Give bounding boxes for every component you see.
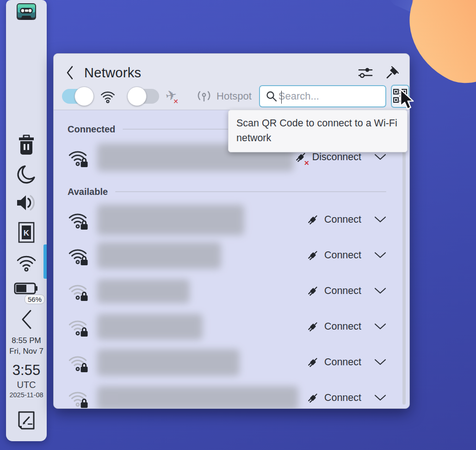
network-name-redacted bbox=[97, 386, 298, 409]
network-action-label: Connect bbox=[324, 285, 361, 297]
expand-network-details-button[interactable] bbox=[374, 216, 386, 223]
wifi-signal-icon bbox=[68, 316, 92, 338]
wifi-signal-icon bbox=[68, 147, 92, 168]
network-list: Connected bbox=[54, 111, 409, 408]
network-action-label: Connect bbox=[324, 321, 361, 332]
network-action-button[interactable]: ✕ Connect bbox=[307, 250, 361, 262]
network-row: ✕ Connect bbox=[68, 309, 386, 344]
panel-expand-chevron-icon[interactable] bbox=[20, 309, 32, 330]
search-icon bbox=[266, 90, 278, 102]
text-caret bbox=[281, 91, 282, 104]
network-action-label: Connect bbox=[324, 250, 361, 261]
wifi-signal-icon bbox=[68, 281, 92, 302]
network-action-button[interactable]: ✕ Connect bbox=[307, 392, 361, 404]
network-action-label: Connect bbox=[324, 214, 361, 225]
network-name-redacted bbox=[97, 349, 240, 376]
network-row: ✕ Connect bbox=[68, 238, 386, 273]
network-action-button[interactable]: ✕ Connect bbox=[307, 285, 361, 297]
trash-icon[interactable] bbox=[17, 135, 36, 156]
plug-icon: ✕ bbox=[307, 285, 319, 297]
network-action-button[interactable]: ✕ Disconnect bbox=[295, 151, 361, 163]
utc-zone-label: UTC bbox=[6, 380, 47, 390]
network-action-label: Connect bbox=[324, 392, 361, 404]
network-row: ✕ Connect bbox=[68, 344, 386, 380]
popup-title: Networks bbox=[84, 65, 141, 81]
local-clock[interactable]: 8:55 PM Fri, Nov 7 bbox=[6, 336, 47, 357]
expand-network-details-button[interactable] bbox=[374, 252, 386, 259]
night-light-icon[interactable] bbox=[16, 164, 37, 186]
wifi-tray-icon[interactable] bbox=[14, 250, 38, 272]
section-available: Available bbox=[68, 184, 386, 199]
wifi-signal-icon bbox=[68, 209, 92, 231]
taskbar-panel: K 56% 8:55 PM Fri, Nov 7 3:55 UTC 2025-1… bbox=[6, 0, 47, 441]
popup-toolbar: ✈ ✕ Hotspot bbox=[54, 84, 409, 108]
network-action-button[interactable]: ✕ Connect bbox=[307, 321, 361, 333]
expand-network-details-button[interactable] bbox=[374, 323, 386, 330]
network-name-redacted bbox=[97, 314, 203, 340]
plug-icon: ✕ bbox=[307, 214, 319, 226]
active-applet-indicator bbox=[43, 244, 47, 279]
wifi-signal-icon bbox=[68, 245, 92, 266]
expand-network-details-button[interactable] bbox=[374, 154, 386, 161]
local-time: 8:55 PM bbox=[6, 336, 47, 346]
network-name-redacted bbox=[97, 205, 244, 235]
back-button[interactable] bbox=[66, 65, 74, 80]
wifi-signal-icon bbox=[68, 388, 92, 409]
utc-time: 3:55 bbox=[6, 362, 47, 379]
networks-popup: Networks bbox=[53, 53, 410, 409]
battery-percwhile-badge: 56% bbox=[25, 294, 45, 304]
network-action-label: Disconnect bbox=[312, 151, 361, 163]
scrollbar-thumb[interactable] bbox=[402, 119, 406, 405]
configure-sliders-button[interactable] bbox=[358, 66, 373, 79]
cassette-app-icon[interactable] bbox=[16, 2, 37, 21]
search-box bbox=[259, 85, 386, 107]
wifi-icon bbox=[99, 88, 117, 105]
expand-network-details-button[interactable] bbox=[374, 394, 386, 401]
hotspot-icon bbox=[197, 88, 211, 105]
plug-icon: ✕ bbox=[307, 250, 319, 262]
hotspot-label: Hotspot bbox=[216, 90, 252, 102]
plug-icon: ✕ bbox=[307, 392, 319, 404]
network-action-button[interactable]: ✕ Connect bbox=[307, 356, 361, 369]
airplane-mode-icon: ✈ ✕ bbox=[166, 88, 178, 105]
local-date: Fri, Nov 7 bbox=[6, 346, 47, 357]
network-action-button[interactable]: ✕ Connect bbox=[307, 214, 361, 226]
hotspot-button[interactable]: Hotspot bbox=[197, 88, 252, 105]
utc-date: 2025-11-08 bbox=[6, 391, 47, 399]
popup-header: Networks bbox=[54, 54, 409, 110]
qr-tooltip: Scan QR Code to connect to a Wi-Fi netwo… bbox=[228, 110, 408, 152]
disconnect-x-mark: ✕ bbox=[304, 159, 309, 167]
k-app-icon[interactable]: K bbox=[17, 221, 36, 244]
utc-clock[interactable]: 3:55 UTC 2025-11-08 bbox=[6, 362, 47, 399]
plug-icon: ✕ bbox=[295, 151, 307, 163]
network-action-label: Connect bbox=[324, 356, 361, 368]
search-input[interactable] bbox=[278, 86, 410, 106]
section-divider bbox=[115, 191, 386, 192]
network-row: ✕ Connect bbox=[68, 380, 386, 409]
expand-network-details-button[interactable] bbox=[374, 359, 386, 366]
expand-network-details-button[interactable] bbox=[374, 288, 386, 294]
plug-icon: ✕ bbox=[307, 356, 319, 369]
section-available-label: Available bbox=[68, 187, 108, 197]
mouse-cursor bbox=[400, 89, 415, 112]
network-name-redacted bbox=[97, 242, 221, 269]
svg-text:K: K bbox=[24, 229, 30, 238]
airplane-mode-toggle[interactable] bbox=[130, 89, 159, 104]
pin-popup-button[interactable] bbox=[385, 66, 399, 80]
network-name-redacted bbox=[97, 279, 190, 303]
notes-icon[interactable] bbox=[15, 409, 37, 431]
wifi-toggle[interactable] bbox=[62, 89, 92, 104]
network-row: ✕ Connect bbox=[68, 202, 386, 238]
volume-icon[interactable] bbox=[15, 193, 37, 213]
plug-icon: ✕ bbox=[307, 321, 319, 333]
battery-icon[interactable] bbox=[14, 281, 39, 295]
network-row: ✕ Connect bbox=[68, 273, 386, 309]
wifi-signal-icon bbox=[68, 352, 92, 373]
section-connected-label: Connected bbox=[68, 124, 115, 135]
